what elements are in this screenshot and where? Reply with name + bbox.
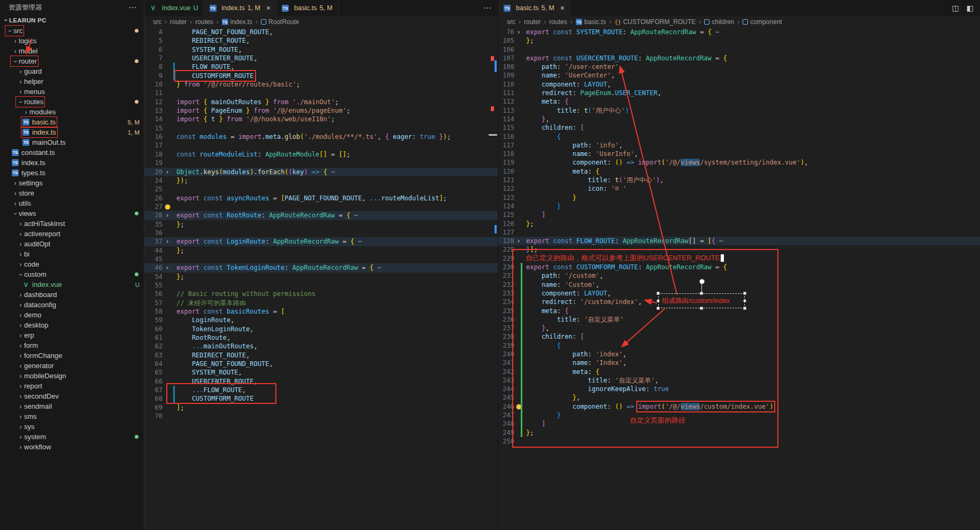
code-line-69[interactable]: 69];: [144, 403, 498, 412]
code-line-107[interactable]: 107export const USERCENTER_ROUTE: AppRou…: [498, 54, 980, 63]
code-line-126[interactable]: 126};: [498, 220, 980, 228]
code-line-24[interactable]: 24});: [144, 176, 498, 185]
tree-item-mainOut.ts[interactable]: TSmainOut.ts: [0, 137, 144, 147]
code-line-114[interactable]: 114 },: [498, 115, 980, 123]
code-line-244[interactable]: 244 ignoreKeepAlive: true: [498, 385, 980, 393]
editor-actions-icon[interactable]: ⋯: [483, 3, 491, 13]
resize-handle[interactable]: [743, 299, 746, 302]
breadcrumb-item-router[interactable]: router: [170, 18, 187, 26]
code-line-68[interactable]: 68 CUSTOMFORM_ROUTE: [144, 394, 498, 403]
code-line-240[interactable]: 240 path: 'index',: [498, 350, 980, 358]
tree-item-router[interactable]: ›router: [0, 56, 144, 66]
tree-item-code[interactable]: ›code: [0, 259, 144, 269]
code-line-246[interactable]: 246 component: () => import('/@/views/cu…: [498, 402, 980, 411]
resize-handle[interactable]: [657, 307, 660, 310]
tree-root-learun-pc[interactable]: › LEARUN PC: [0, 15, 144, 26]
fold-chevron-icon[interactable]: ›: [516, 28, 521, 36]
code-line-58[interactable]: 58export const basicRoutes = [: [144, 307, 498, 316]
code-line-27[interactable]: 27: [144, 202, 498, 211]
code-line-115[interactable]: 115 children: [: [498, 123, 980, 132]
tree-item-index.ts[interactable]: TSindex.ts1, M: [0, 127, 144, 137]
tree-item-constant.ts[interactable]: TSconstant.ts: [0, 147, 144, 158]
code-line-123[interactable]: 123 }: [498, 193, 980, 202]
tree-item-bi[interactable]: ›bi: [0, 249, 144, 259]
code-line-12[interactable]: 12import { mainOutRoutes } from './mainO…: [144, 98, 498, 106]
code-line-111[interactable]: 111 redirect: PageEnum.USER_CENTER,: [498, 89, 980, 97]
code-line-112[interactable]: 112 meta: {: [498, 97, 980, 106]
fold-chevron-icon[interactable]: ›: [165, 168, 169, 176]
code-line-54[interactable]: 54};: [144, 272, 498, 281]
resize-handle[interactable]: [700, 292, 703, 295]
code-line-243[interactable]: 243 title: '自定义菜单',: [498, 376, 980, 385]
resize-handle[interactable]: [743, 307, 746, 310]
code-line-4[interactable]: 4 PAGE_NOT_FOUND_ROUTE,: [144, 28, 498, 36]
tree-item-generator[interactable]: ›generator: [0, 361, 144, 371]
tree-item-formChange[interactable]: ›formChange: [0, 350, 144, 361]
tree-item-settings[interactable]: ›settings: [0, 178, 144, 188]
tree-item-custom[interactable]: ›custom: [0, 269, 144, 279]
tree-item-logics[interactable]: ›logics: [0, 36, 144, 46]
code-line-122[interactable]: 122 icon: '☺ ': [498, 184, 980, 193]
lightbulb-icon[interactable]: [165, 205, 170, 209]
tree-item-views[interactable]: ›views: [0, 208, 144, 219]
tree-item-dashboard[interactable]: ›dashboard: [0, 290, 144, 300]
code-line-238[interactable]: 238 children: [: [498, 332, 980, 341]
code-line-64[interactable]: 64 PAGE_NOT_FOUND_ROUTE,: [144, 360, 498, 368]
code-line-120[interactable]: 120 meta: {: [498, 167, 980, 176]
code-line-65[interactable]: 65 SYSTEM_ROUTE,: [144, 368, 498, 377]
code-line-5[interactable]: 5 REDIRECT_ROUTE,: [144, 36, 498, 45]
editor-layout-icon[interactable]: ◧: [967, 4, 974, 12]
code-line-66[interactable]: 66 USERCENTER_ROUTE,: [144, 377, 498, 386]
code-line-62[interactable]: 62 ...mainOutRoutes,: [144, 342, 498, 350]
code-line-249[interactable]: 249};: [498, 428, 980, 437]
code-line-18[interactable]: 18const routeModuleList: AppRouteModule[…: [144, 150, 498, 159]
tree-item-sys[interactable]: ›sys: [0, 422, 144, 432]
rotate-handle[interactable]: [699, 279, 705, 284]
code-line-110[interactable]: 110 component: LAYOUT,: [498, 80, 980, 89]
code-editor-right[interactable]: 76›export const SYSTEM_ROUTE: AppRouteRe…: [498, 28, 980, 446]
code-line-57[interactable]: 57// 未经许可的基本路由: [144, 299, 498, 307]
breadcrumb-item-children[interactable]: children: [704, 18, 734, 26]
tree-item-basic.ts[interactable]: TSbasic.ts5, M: [0, 117, 144, 127]
tab-index.ts[interactable]: TSindex.ts1, M×: [204, 0, 277, 16]
code-line-13[interactable]: 13import { PageEnum } from '/@/enums/pag…: [144, 106, 498, 115]
code-line-106[interactable]: 106: [498, 45, 980, 54]
code-line-16[interactable]: 16const modules = import.meta.glob('./mo…: [144, 132, 498, 141]
code-line-37[interactable]: 37›export const LoginRoute: AppRouteReco…: [144, 237, 498, 246]
fold-chevron-icon[interactable]: ›: [516, 237, 521, 245]
resize-handle[interactable]: [700, 307, 703, 310]
code-line-247[interactable]: 247 }: [498, 411, 980, 419]
code-line-108[interactable]: 108 path: '/user-center',: [498, 63, 980, 71]
code-line-14[interactable]: 14import { t } from '/@/hooks/web/useI18…: [144, 115, 498, 123]
breadcrumb-item-basic.ts[interactable]: TSbasic.ts: [576, 18, 606, 26]
tree-item-secondDev[interactable]: ›secondDev: [0, 391, 144, 401]
fold-chevron-icon[interactable]: ›: [165, 237, 169, 245]
breadcrumb-item-CUSTOMFORM_ROUTE[interactable]: {}CUSTOMFORM_ROUTE: [614, 18, 696, 26]
code-line-76[interactable]: 76›export const SYSTEM_ROUTE: AppRouteRe…: [498, 28, 980, 36]
code-line-231[interactable]: 231 path: '/custom',: [498, 271, 980, 280]
breadcrumb-item-routes[interactable]: routes: [195, 18, 213, 26]
code-line-63[interactable]: 63 REDIRECT_ROUTE,: [144, 351, 498, 360]
code-line-128[interactable]: 128›export const FLOW_ROUTE: AppRouteRec…: [498, 237, 980, 245]
tree-item-workflow[interactable]: ›workflow: [0, 442, 144, 452]
close-icon[interactable]: ×: [560, 4, 565, 12]
code-line-116[interactable]: 116 {: [498, 132, 980, 141]
more-actions-icon[interactable]: ⋯: [128, 3, 136, 12]
code-line-242[interactable]: 242 meta: {: [498, 368, 980, 376]
tree-item-store[interactable]: ›store: [0, 188, 144, 198]
code-line-36[interactable]: 36: [144, 229, 498, 237]
resize-handle[interactable]: [743, 292, 746, 295]
tab-basic.ts[interactable]: TSbasic.ts5, M: [276, 0, 338, 16]
code-line-9[interactable]: 9 CUSTOMFORM_ROUTE: [144, 72, 498, 80]
tree-item-index.ts[interactable]: TSindex.ts: [0, 158, 144, 168]
fold-chevron-icon[interactable]: ›: [165, 211, 169, 219]
code-line-19[interactable]: 19: [144, 159, 498, 167]
tree-item-guard[interactable]: ›guard: [0, 66, 144, 76]
code-line-11[interactable]: 11: [144, 89, 498, 97]
code-line-245[interactable]: 245 },: [498, 393, 980, 402]
fold-chevron-icon[interactable]: ›: [165, 263, 169, 271]
tree-item-modules[interactable]: ›modules: [0, 107, 144, 117]
tree-item-types.ts[interactable]: TStypes.ts: [0, 168, 144, 178]
code-line-237[interactable]: 237 },: [498, 324, 980, 332]
tree-item-src[interactable]: ›src: [0, 26, 144, 36]
